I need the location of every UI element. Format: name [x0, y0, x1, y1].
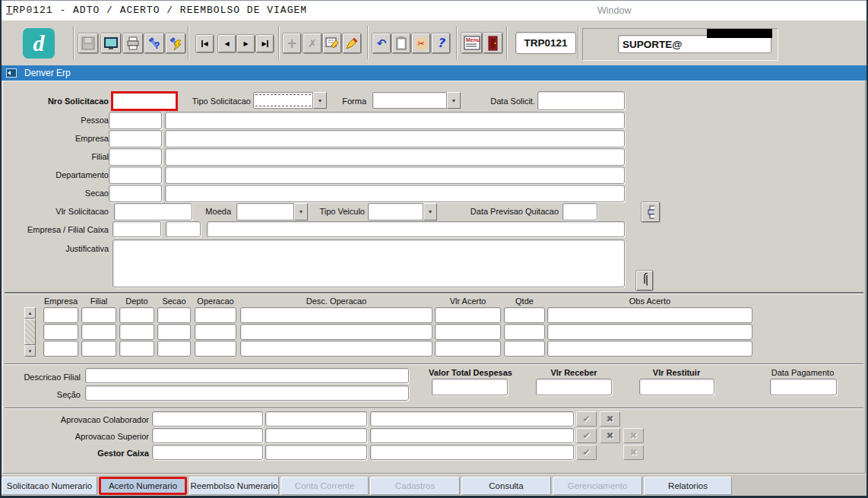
display-button[interactable] [101, 33, 121, 53]
chevron-down-icon[interactable]: ▼ [447, 92, 461, 109]
filial-desc-input[interactable] [165, 148, 625, 166]
scrollbar-thumb[interactable] [24, 319, 36, 345]
empresa-caixa-input[interactable] [112, 221, 161, 237]
grid-cell[interactable] [195, 324, 236, 340]
gestor-caixa-obs-input[interactable] [370, 445, 574, 460]
grid-cell[interactable] [240, 324, 432, 340]
grid-cell[interactable] [43, 341, 78, 357]
first-record-button[interactable]: ◀ [196, 35, 214, 52]
attachment-button[interactable] [636, 271, 653, 290]
grid-cell[interactable] [240, 307, 432, 323]
tab-acerto-numerario[interactable]: Acerto Numerario [99, 477, 187, 495]
grid-cell[interactable] [504, 341, 545, 357]
grid-cell[interactable] [195, 341, 236, 357]
filial-code-input[interactable] [109, 148, 162, 166]
paste-button[interactable] [392, 33, 410, 53]
grid-cell[interactable] [81, 307, 116, 323]
chevron-down-icon[interactable]: ▼ [294, 203, 308, 220]
delete-record-button[interactable]: ✗ [303, 33, 322, 53]
aprovar-superior-button[interactable]: ✔ [576, 428, 597, 443]
grid-cell[interactable] [81, 324, 116, 340]
empresa-desc-input[interactable] [165, 130, 625, 147]
pessoa-code-input[interactable] [109, 112, 162, 129]
aprovacao-superior-data-input[interactable] [265, 428, 367, 443]
clear-record-button[interactable] [343, 33, 361, 53]
pessoa-desc-input[interactable] [165, 112, 625, 129]
forma-value[interactable] [372, 92, 447, 109]
help-button[interactable]: ? [432, 33, 450, 53]
grid-cell[interactable] [547, 324, 752, 340]
grid-cell[interactable] [119, 341, 154, 357]
scroll-down-button[interactable]: ▼ [24, 345, 36, 357]
data-solicit-input[interactable] [537, 91, 625, 110]
grid-cell[interactable] [240, 341, 432, 357]
justificativa-textarea[interactable] [112, 239, 625, 287]
grid-cell[interactable] [547, 307, 752, 323]
nro-solicitacao-input[interactable] [111, 91, 178, 111]
tipo-solicitacao-value[interactable] [253, 92, 313, 109]
enter-query-button[interactable]: ? [144, 33, 164, 53]
empresa-code-input[interactable] [109, 130, 162, 147]
valor-total-despesas-input[interactable] [432, 379, 508, 395]
secao-totals-input[interactable] [85, 385, 409, 401]
grid-scrollbar[interactable]: ▲ ▼ [24, 307, 36, 357]
shortcut-button[interactable]: ✂ [412, 33, 430, 53]
aprovacao-colaborador-nome-input[interactable] [152, 411, 263, 427]
edit-record-button[interactable] [323, 33, 341, 53]
exit-button[interactable] [483, 33, 502, 53]
tab-reembolso-numerario[interactable]: Reembolso Numerario [189, 477, 279, 495]
aprovacao-superior-nome-input[interactable] [152, 428, 263, 443]
cancelar-gestor-button[interactable]: ✖ [623, 445, 644, 460]
departamento-desc-input[interactable] [165, 167, 625, 184]
execute-query-button[interactable] [166, 33, 185, 53]
forma-combo[interactable]: ▼ [372, 92, 461, 109]
tipo-veiculo-value[interactable] [368, 203, 423, 220]
departamento-code-input[interactable] [109, 167, 162, 184]
print-button[interactable] [123, 33, 143, 53]
tab-gerenciamento[interactable]: Gerenciamento [553, 477, 642, 495]
tab-cadastros[interactable]: Cadastros [370, 477, 460, 495]
chevron-down-icon[interactable]: ▼ [423, 203, 437, 220]
caixa-desc-input[interactable] [207, 221, 625, 237]
scroll-up-button[interactable]: ▲ [24, 307, 36, 319]
next-record-button[interactable]: ▶ [237, 35, 255, 52]
save-button[interactable] [78, 33, 98, 53]
last-record-button[interactable]: ▶ [256, 35, 274, 52]
tab-consulta[interactable]: Consulta [461, 477, 551, 495]
grid-cell[interactable] [504, 307, 545, 323]
data-pagamento-input[interactable] [770, 379, 837, 395]
grid-cell[interactable] [435, 341, 501, 357]
grid-cell[interactable] [43, 324, 78, 340]
previous-record-button[interactable]: ◀ [218, 35, 236, 52]
tab-relatorios[interactable]: Relatorios [644, 477, 732, 495]
grid-cell[interactable] [504, 324, 545, 340]
grid-cell[interactable] [157, 324, 191, 340]
vlr-solicitacao-input[interactable] [114, 203, 192, 220]
print-request-button[interactable] [641, 202, 660, 222]
descricao-filial-input[interactable] [85, 368, 409, 383]
grid-cell[interactable] [157, 307, 191, 323]
grid-cell[interactable] [119, 324, 154, 340]
gestor-caixa-nome-input[interactable] [152, 445, 263, 460]
menu-window[interactable]: Window [597, 5, 631, 16]
grid-cell[interactable] [157, 341, 191, 357]
secao-code-input[interactable] [109, 185, 162, 202]
aprovar-colaborador-button[interactable]: ✔ [576, 411, 597, 427]
module-code-field[interactable]: TRP0121 [515, 32, 576, 54]
cancelar-superior-button[interactable]: ✖ [623, 428, 644, 443]
secao-desc-input[interactable] [165, 185, 625, 202]
data-previsao-quitacao-input[interactable] [562, 203, 597, 220]
grid-cell[interactable] [547, 341, 752, 357]
moeda-value[interactable] [236, 203, 294, 220]
vlr-receber-input[interactable] [536, 379, 612, 395]
rejeitar-superior-button[interactable]: ✖ [600, 428, 620, 443]
chevron-down-icon[interactable]: ▼ [313, 92, 327, 109]
menu-button[interactable]: Menu [461, 33, 482, 53]
aprovacao-superior-obs-input[interactable] [370, 428, 574, 443]
tipo-solicitacao-combo[interactable]: ▼ [253, 92, 327, 109]
moeda-combo[interactable]: ▼ [236, 203, 308, 220]
aprovar-gestor-button[interactable]: ✔ [576, 445, 597, 460]
insert-record-button[interactable]: + [283, 33, 301, 53]
grid-cell[interactable] [435, 324, 501, 340]
aprovacao-colaborador-data-input[interactable] [265, 411, 367, 427]
